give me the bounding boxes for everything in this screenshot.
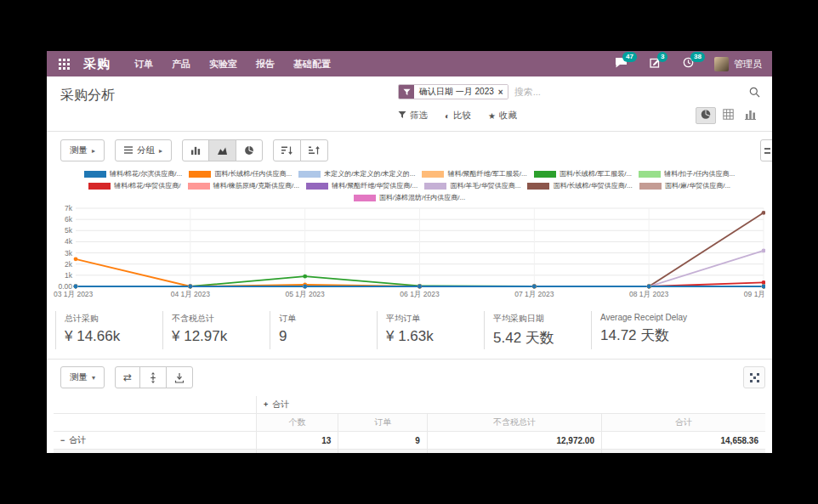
pie-chart-button[interactable] (236, 139, 263, 161)
user-menu[interactable]: 管理员 (714, 57, 762, 71)
flip-axis-button[interactable]: ⇄ (115, 366, 140, 388)
nav-menu-item[interactable]: 基础配置 (293, 58, 331, 71)
chart-type-group (182, 139, 263, 161)
expand-all-icon (148, 372, 158, 383)
kpi-card: 订单9 (270, 311, 377, 349)
legend-item[interactable]: 面料/长绒棉/华贸供应商/... (527, 181, 632, 190)
svg-text:08 1月 2023: 08 1月 2023 (629, 290, 669, 298)
legend-item[interactable]: 辅料/棉花/华贸供应商/ (88, 181, 181, 190)
facet-remove-icon[interactable]: × (497, 85, 508, 99)
messages-button[interactable]: 47 (615, 56, 628, 71)
fullscreen-icon (750, 373, 759, 382)
facet-label: 确认日期 一月 2023 (414, 85, 497, 99)
expand-toggle-icon[interactable]: − (60, 436, 65, 445)
legend-label: 面料/长绒棉/军工服装/... (560, 169, 632, 178)
expand-toggle-icon[interactable]: + (264, 400, 268, 409)
groupby-button[interactable]: 分组▸ (115, 139, 172, 161)
legend-item[interactable]: 辅料/聚酯纤维/华贸供应商/... (306, 181, 418, 190)
nav-menu-item[interactable]: 订单 (134, 58, 153, 71)
legend-swatch (424, 183, 446, 190)
pivot-measure-header[interactable]: 个数 (257, 414, 338, 432)
pivot-col-group-header[interactable]: +合计 (257, 396, 765, 414)
comparison-button[interactable]: ◐比较 (445, 110, 471, 122)
svg-text:6k: 6k (65, 215, 73, 224)
bar-chart-button[interactable] (182, 139, 209, 161)
measures-button[interactable]: 测量▸ (60, 139, 105, 161)
filters-button[interactable]: 筛选 (398, 110, 428, 122)
badge-count: 47 (622, 52, 637, 62)
legend-item[interactable]: 面料/涤棉混纺/任内供应商/... (354, 193, 465, 202)
legend-item[interactable]: 辅料/橡筋原绳/克斯供应商/... (188, 181, 299, 190)
legend-label: 辅料/棉花/华贸供应商/ (114, 181, 181, 190)
apps-grid-icon[interactable] (59, 59, 70, 70)
search-facet[interactable]: 确认日期 一月 2023 × (398, 84, 508, 99)
app-brand[interactable]: 采购 (83, 56, 111, 72)
timers-button[interactable]: 38 (683, 56, 694, 71)
svg-text:05 1月 2023: 05 1月 2023 (286, 290, 326, 298)
legend-label: 辅料/聚酯纤维/华贸供应商/... (332, 181, 418, 190)
clipped-edge-button[interactable] (760, 139, 772, 161)
pivot-cell: 9 (338, 432, 428, 450)
favorites-button[interactable]: ★收藏 (488, 110, 517, 122)
sort-desc-button[interactable] (273, 139, 301, 161)
kpi-value: ¥ 12.97k (172, 328, 263, 345)
pivot-row-header[interactable]: +辅料 (54, 450, 257, 454)
pivot-cell: 6 (257, 450, 338, 454)
line-chart-button[interactable] (208, 139, 236, 161)
legend-item[interactable]: 辅料/扣子/任内供应商... (639, 169, 735, 178)
nav-menu-item[interactable]: 产品 (172, 58, 190, 71)
legend-item[interactable]: 辅料/聚酯纤维/军工服装/... (422, 169, 526, 178)
pivot-section: 测量▾ ⇄ +合计个数订单不含税总计合计−合计13912,972.0014,65… (47, 359, 772, 453)
control-panel: 采购分析 确认日期 一月 2023 × 筛选◐ (47, 76, 772, 132)
legend-item[interactable]: 未定义的/未定义的/未定义的... (298, 169, 415, 178)
view-pivot-button[interactable] (718, 107, 738, 124)
pie-view-icon (700, 109, 712, 122)
pivot-tools-group: ⇄ (115, 366, 193, 388)
graph-section: 测量▸ 分组▸ 辅料/棉花/尔滨供应商/...面料/长绒棉/任内供应商...未 (47, 132, 772, 300)
pivot-row-header[interactable]: −合计 (54, 432, 257, 450)
kpi-card: 平均采购日期5.42 天数 (484, 311, 591, 349)
filter-facet-icon (399, 85, 414, 99)
nav-menu-item[interactable]: 报告 (256, 58, 275, 71)
svg-text:06 1月 2023: 06 1月 2023 (400, 290, 440, 298)
legend-label: 面料/长绒棉/华贸供应商/... (553, 181, 632, 190)
legend-label: 辅料/棉花/尔滨供应商/... (110, 169, 182, 178)
kpi-value: ¥ 14.66k (65, 328, 156, 345)
sort-asc-button[interactable] (300, 139, 328, 161)
expand-all-button[interactable] (139, 366, 167, 388)
pivot-cell: 12,972.00 (427, 432, 601, 450)
line-chart: 0.001k2k3k4k5k6k7k03 1月 202304 1月 202305… (54, 205, 765, 300)
nav-badges: 47338 (615, 56, 694, 71)
kpi-value: 5.42 天数 (493, 328, 584, 348)
pivot-view-icon (723, 109, 734, 122)
legend-item[interactable]: 面料/长绒棉/军工服装/... (534, 169, 632, 178)
kpi-label: 平均订单 (386, 313, 477, 325)
pivot-measure-header[interactable]: 订单 (338, 414, 428, 432)
legend-item[interactable]: 面料/长绒棉/任内供应商... (189, 169, 292, 178)
pivot-measures-button[interactable]: 测量▾ (60, 366, 105, 388)
activities-button[interactable]: 3 (650, 56, 661, 71)
pivot-toolbar: 测量▾ ⇄ (54, 366, 765, 388)
svg-text:03 1月 2023: 03 1月 2023 (54, 290, 94, 298)
legend-item[interactable]: 面料/麻/华贸供应商/... (639, 181, 730, 190)
view-bar-button[interactable] (740, 107, 760, 124)
pivot-cell: 500.00 (427, 450, 601, 454)
search-bar[interactable]: 确认日期 一月 2023 × (398, 84, 760, 99)
user-name: 管理员 (734, 58, 762, 71)
fullscreen-button[interactable] (743, 366, 765, 388)
nav-menu-item[interactable]: 实验室 (209, 58, 237, 71)
kpi-card: Average Receipt Delay14.72 天数 (591, 311, 698, 349)
view-graph-button[interactable] (696, 107, 716, 124)
search-input[interactable] (514, 87, 746, 97)
download-xlsx-button[interactable] (166, 366, 193, 388)
legend-swatch (188, 183, 210, 190)
legend-swatch (639, 183, 662, 190)
legend-item[interactable]: 辅料/棉花/尔滨供应商/... (84, 169, 182, 178)
kpi-label: 不含税总计 (172, 313, 263, 325)
legend-item[interactable]: 面料/羊毛/华贸供应商... (424, 181, 520, 190)
pivot-measure-header[interactable]: 合计 (601, 414, 765, 432)
search-icon[interactable] (749, 87, 760, 98)
badge-count: 38 (690, 52, 705, 62)
pivot-measure-header[interactable]: 不含税总计 (427, 414, 601, 432)
svg-text:5k: 5k (65, 226, 73, 235)
